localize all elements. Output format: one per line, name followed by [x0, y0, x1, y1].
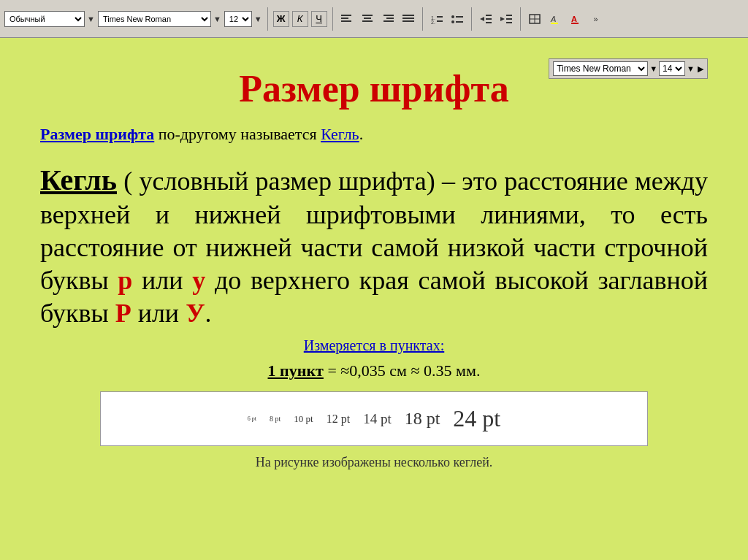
align-left-button[interactable] — [338, 11, 356, 27]
measurement-line: Измеряется в пунктах: — [40, 337, 708, 354]
more-button[interactable]: » — [587, 11, 605, 27]
font-demo-extra-arrow: ▶ — [698, 64, 703, 74]
svg-rect-25 — [506, 15, 512, 16]
border-icon — [529, 14, 541, 24]
font-size-8pt: 8 pt — [270, 415, 280, 423]
font-demo-box: Times New Roman ▼ 14 ▼ ▶ — [549, 58, 708, 79]
svg-rect-7 — [386, 18, 394, 19]
align-justify-icon — [402, 14, 414, 24]
svg-rect-34 — [571, 23, 579, 24]
svg-rect-22 — [486, 18, 492, 20]
svg-rect-23 — [486, 22, 492, 23]
font-demo-size-arrow: ▼ — [687, 64, 695, 73]
style-section: Обычный ▼ — [4, 11, 95, 27]
subtitle-link-razmer[interactable]: Размер шрифта — [40, 125, 154, 143]
font-size-14pt: 14 pt — [363, 411, 392, 427]
font-size-24pt: 24 pt — [453, 405, 500, 432]
svg-rect-13 — [437, 16, 443, 18]
def-Y-upper: У — [186, 299, 205, 328]
svg-text:2.: 2. — [431, 20, 435, 24]
def-P-upper: Р — [115, 299, 131, 328]
subtitle-mid-text: по-другому называется — [154, 125, 321, 143]
def-period: . — [205, 299, 212, 328]
font-color-button[interactable]: A — [567, 11, 584, 27]
svg-rect-8 — [383, 20, 394, 22]
svg-point-16 — [451, 15, 454, 18]
svg-rect-27 — [506, 22, 512, 23]
size-dropdown-arrow: ▼ — [254, 15, 262, 23]
svg-rect-2 — [341, 20, 351, 22]
decrease-indent-icon — [480, 14, 492, 24]
toolbar: Обычный ▼ Times New Roman ▼ 12 ▼ Ж К Ч — [0, 0, 748, 38]
svg-rect-15 — [437, 20, 443, 22]
svg-rect-4 — [364, 18, 371, 19]
divider-2 — [332, 7, 333, 31]
point-text: = ≈0,035 см ≈ 0.35 мм. — [324, 361, 481, 380]
svg-marker-20 — [480, 17, 484, 21]
font-size-12pt: 12 pt — [327, 413, 350, 426]
align-right-icon — [382, 14, 394, 24]
divider-3 — [422, 7, 423, 31]
def-or: или — [131, 299, 186, 328]
align-center-button[interactable] — [359, 11, 376, 27]
def-p-letter: р — [118, 266, 132, 295]
svg-rect-1 — [341, 18, 348, 19]
subtitle-dot: . — [359, 125, 364, 143]
def-term: Кегль — [40, 164, 117, 196]
align-justify-button[interactable] — [400, 11, 417, 27]
font-demo-dropdown-arrow: ▼ — [649, 64, 657, 73]
align-left-icon — [341, 14, 353, 24]
svg-text:A: A — [550, 15, 556, 23]
svg-rect-19 — [456, 21, 463, 23]
font-demo-size-select[interactable]: 14 — [659, 61, 685, 76]
svg-rect-10 — [402, 18, 414, 19]
font-demo-select[interactable]: Times New Roman — [553, 61, 648, 76]
subtitle-paragraph: Размер шрифта по-другому называется Кегл… — [40, 125, 708, 144]
font-size-6pt: 6 pt — [248, 415, 256, 422]
font-section: Times New Roman ▼ — [98, 11, 221, 27]
numbering-icon: 1. 2. — [431, 14, 443, 24]
divider-5 — [520, 7, 521, 31]
svg-rect-17 — [456, 16, 463, 18]
divider-1 — [267, 7, 268, 31]
more-icon: » — [594, 15, 598, 23]
border-button[interactable] — [526, 11, 543, 27]
size-select[interactable]: 12 — [224, 11, 252, 27]
svg-text:A: A — [571, 15, 577, 23]
highlight-button[interactable]: A — [546, 11, 564, 27]
style-select[interactable]: Обычный — [4, 11, 85, 27]
svg-rect-5 — [362, 20, 373, 22]
svg-rect-11 — [402, 20, 414, 22]
align-center-icon — [362, 14, 373, 24]
point-line: 1 пункт = ≈0,035 см ≈ 0.35 мм. — [40, 361, 708, 380]
size-section: 12 ▼ — [224, 11, 262, 27]
font-size-demo-box: 6 pt 8 pt 10 pt 12 pt 14 pt 18 pt 24 pt — [100, 391, 648, 446]
point-bold: 1 пункт — [268, 361, 324, 380]
subtitle-link-kegl[interactable]: Кегль — [321, 125, 359, 143]
increase-indent-button[interactable] — [497, 11, 515, 27]
bold-button[interactable]: Ж — [273, 11, 289, 27]
font-size-10pt: 10 pt — [294, 413, 313, 425]
svg-rect-21 — [486, 15, 492, 16]
bullets-button[interactable] — [449, 11, 466, 27]
svg-rect-32 — [551, 23, 558, 24]
definition-paragraph: Кегль ( условный размер шрифта) – это ра… — [40, 162, 708, 330]
highlight-icon: A — [549, 14, 561, 24]
bullets-icon — [451, 14, 463, 24]
svg-point-18 — [451, 20, 454, 23]
main-content: Times New Roman ▼ 14 ▼ ▶ Размер шрифта Р… — [0, 38, 748, 560]
svg-rect-3 — [362, 15, 373, 16]
align-right-button[interactable] — [379, 11, 397, 27]
numbering-button[interactable]: 1. 2. — [428, 11, 446, 27]
font-select[interactable]: Times New Roman — [98, 11, 211, 27]
svg-rect-9 — [402, 15, 414, 16]
svg-rect-0 — [341, 15, 351, 16]
underline-button[interactable]: Ч — [311, 11, 327, 27]
divider-4 — [471, 7, 472, 31]
style-dropdown-arrow: ▼ — [87, 15, 95, 23]
def-mid: или — [132, 266, 192, 295]
decrease-indent-button[interactable] — [477, 11, 495, 27]
svg-rect-6 — [383, 15, 394, 16]
increase-indent-icon — [500, 14, 512, 24]
italic-button[interactable]: К — [292, 11, 308, 27]
